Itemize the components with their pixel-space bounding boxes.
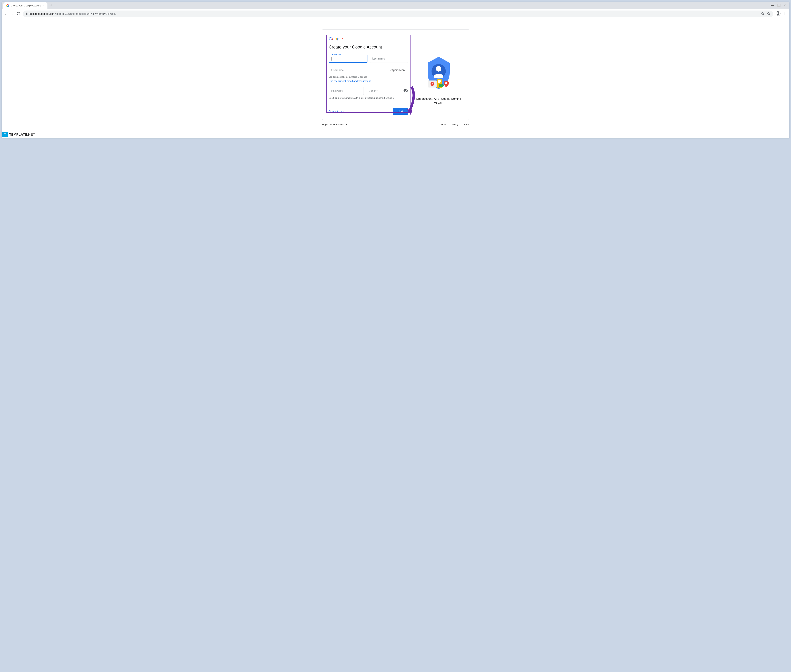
username-placeholder: Username (331, 69, 344, 72)
confirm-field[interactable]: Confirm (366, 87, 401, 95)
privacy-link[interactable]: Privacy (451, 123, 458, 126)
back-icon[interactable]: ← (5, 12, 8, 16)
lock-icon (26, 13, 28, 16)
aside-tagline: One account. All of Google working for y… (415, 97, 462, 105)
close-icon[interactable]: × (784, 3, 786, 7)
tab-close-icon[interactable]: × (43, 4, 45, 8)
account-illustration (420, 54, 457, 91)
password-hint: Use 8 or more characters with a mix of l… (329, 97, 408, 99)
svg-point-9 (436, 66, 441, 72)
first-name-label: First name (331, 53, 342, 56)
form-actions: Sign in instead Next (329, 108, 408, 115)
svg-point-5 (785, 12, 785, 13)
svg-point-19 (445, 82, 447, 84)
confirm-placeholder: Confirm (369, 90, 378, 93)
signup-card: Google Create your Google Account First … (322, 29, 469, 120)
name-row: First name Last name (329, 54, 408, 63)
menu-icon[interactable] (783, 12, 786, 16)
password-field[interactable]: Password (329, 87, 364, 95)
password-placeholder: Password (331, 90, 343, 93)
language-label: English (United States) (322, 123, 344, 126)
email-suffix: @gmail.com (390, 69, 406, 72)
svg-marker-20 (406, 109, 412, 115)
arrow-annotation (401, 85, 418, 116)
new-tab-icon[interactable]: + (48, 3, 55, 8)
chevron-down-icon: ▼ (345, 123, 348, 126)
footer-links: Help Privacy Terms (441, 123, 469, 126)
svg-rect-16 (438, 82, 440, 83)
text-cursor (331, 57, 332, 61)
maximize-icon[interactable] (777, 4, 780, 7)
tab-title: Create your Google Account (11, 4, 41, 7)
url-text: accounts.google.com/signup/v2/webcreatea… (29, 12, 117, 16)
window-controls: — × (771, 3, 789, 7)
watermark-badge-icon: T (2, 132, 8, 137)
terms-link[interactable]: Terms (463, 123, 469, 126)
minimize-icon[interactable]: — (771, 3, 774, 7)
svg-rect-14 (438, 80, 441, 81)
username-hint: You can use letters, numbers & periods (329, 76, 408, 78)
page-title: Create your Google Account (329, 45, 408, 50)
reload-icon[interactable] (17, 12, 20, 16)
browser-window: Create your Google Account × + — × ← → a… (2, 2, 789, 138)
svg-marker-2 (767, 12, 770, 15)
watermark: T TEMPLATE.NET (2, 132, 35, 137)
username-field[interactable]: Username @gmail.com (329, 66, 408, 74)
browser-tab[interactable]: Create your Google Account × (3, 2, 48, 9)
page-content: Google Create your Google Account First … (2, 19, 789, 138)
svg-point-6 (785, 13, 785, 14)
svg-point-4 (777, 12, 779, 14)
profile-icon[interactable] (776, 11, 780, 17)
help-link[interactable]: Help (441, 123, 446, 126)
last-name-placeholder: Last name (372, 57, 385, 60)
use-current-email-link[interactable]: Use my current email address instead (329, 80, 408, 82)
address-actions (761, 12, 770, 16)
password-row: Password Confirm (329, 87, 408, 95)
toolbar: ← → accounts.google.com/signup/v2/webcre… (2, 9, 789, 19)
address-bar[interactable]: accounts.google.com/signup/v2/webcreatea… (23, 11, 773, 17)
zoom-icon[interactable] (761, 12, 764, 16)
star-icon[interactable] (767, 12, 770, 16)
aside-column: One account. All of Google working for y… (415, 36, 462, 115)
language-select[interactable]: English (United States) ▼ (322, 123, 348, 126)
last-name-field[interactable]: Last name (370, 54, 408, 63)
google-favicon-icon (6, 4, 9, 7)
form-column: Google Create your Google Account First … (329, 36, 408, 115)
first-name-field[interactable]: First name (329, 54, 368, 63)
tab-bar: Create your Google Account × + — × (2, 2, 789, 9)
svg-point-7 (785, 14, 785, 15)
svg-point-0 (761, 12, 763, 14)
svg-rect-15 (438, 82, 441, 82)
svg-line-1 (763, 14, 764, 15)
footer: English (United States) ▼ Help Privacy T… (322, 123, 469, 126)
sign-in-link[interactable]: Sign in instead (329, 110, 345, 113)
google-logo: Google (329, 36, 408, 42)
forward-icon[interactable]: → (11, 12, 14, 16)
